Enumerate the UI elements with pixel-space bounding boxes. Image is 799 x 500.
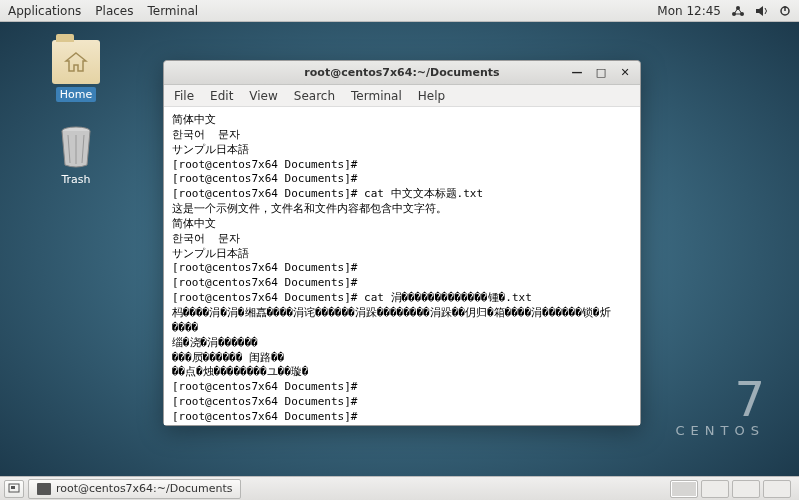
menu-edit[interactable]: Edit xyxy=(204,87,239,105)
home-label: Home xyxy=(56,87,96,102)
show-desktop-button[interactable] xyxy=(4,480,24,498)
power-icon[interactable] xyxy=(779,5,791,17)
window-title: root@centos7x64:~/Documents xyxy=(304,66,499,79)
term-line: [root@centos7x64 Documents]# cat 中文文本标题.… xyxy=(172,187,632,202)
term-line: サンプル日本語 xyxy=(172,247,632,262)
trash-can-icon xyxy=(58,125,94,169)
clock[interactable]: Mon 12:45 xyxy=(657,4,721,18)
menu-terminal[interactable]: Terminal xyxy=(345,87,408,105)
term-line: [root@centos7x64 Documents]# xyxy=(172,172,632,187)
home-folder-icon[interactable]: Home xyxy=(40,40,112,101)
maximize-button[interactable]: □ xyxy=(594,65,608,79)
term-line: 한국어 문자 xyxy=(172,232,632,247)
term-line: 缁�浇�涓������ xyxy=(172,336,632,351)
centos-branding: 7 CENTOS xyxy=(676,375,765,438)
house-icon xyxy=(64,51,88,73)
close-button[interactable]: ✕ xyxy=(618,65,632,79)
menu-search[interactable]: Search xyxy=(288,87,341,105)
term-line: 杩����涓�涓�缃嚞����涓诧������涓跺��������涓跺��仴归�… xyxy=(172,306,632,336)
terminal-icon xyxy=(37,483,51,495)
term-line: [root@centos7x64 Documents]# xyxy=(172,395,632,410)
applications-menu[interactable]: Applications xyxy=(8,4,81,18)
network-icon[interactable] xyxy=(731,5,745,17)
menu-view[interactable]: View xyxy=(243,87,283,105)
term-line: 这是一个示例文件，文件名和文件内容都包含中文字符。 xyxy=(172,202,632,217)
term-line: [root@centos7x64 Documents]# xyxy=(172,380,632,395)
term-line: ��点�烛��������ユ��璇� xyxy=(172,365,632,380)
terminal-output[interactable]: 简体中文한국어 문자サンプル日本語[root@centos7x64 Docume… xyxy=(164,107,640,425)
term-line: サンプル日本語 xyxy=(172,143,632,158)
term-line: [root@centos7x64 Documents]# xyxy=(172,261,632,276)
window-titlebar[interactable]: root@centos7x64:~/Documents — □ ✕ xyxy=(164,61,640,85)
menu-help[interactable]: Help xyxy=(412,87,451,105)
brand-name: CENTOS xyxy=(676,423,765,438)
task-label: root@centos7x64:~/Documents xyxy=(56,482,232,495)
svg-rect-10 xyxy=(11,486,15,489)
trash-icon[interactable]: Trash xyxy=(40,125,112,186)
term-line: [root@centos7x64 Documents]# xyxy=(172,276,632,291)
workspace-3[interactable] xyxy=(732,480,760,498)
taskbar-terminal-button[interactable]: root@centos7x64:~/Documents xyxy=(28,479,241,499)
workspace-4[interactable] xyxy=(763,480,791,498)
workspace-switcher[interactable] xyxy=(670,480,795,498)
terminal-menu[interactable]: Terminal xyxy=(147,4,198,18)
desktop-icon xyxy=(8,483,20,495)
top-panel: Applications Places Terminal Mon 12:45 xyxy=(0,0,799,22)
places-menu[interactable]: Places xyxy=(95,4,133,18)
sound-icon[interactable] xyxy=(755,5,769,17)
minimize-button[interactable]: — xyxy=(570,65,584,79)
desktop-icons: Home Trash xyxy=(40,40,112,210)
term-line: [root@centos7x64 Documents]# cat 涓������… xyxy=(172,291,632,306)
bottom-panel: root@centos7x64:~/Documents xyxy=(0,476,799,500)
trash-label: Trash xyxy=(61,173,90,186)
term-line: 한국어 문자 xyxy=(172,128,632,143)
workspace-2[interactable] xyxy=(701,480,729,498)
term-line: [root@centos7x64 Documents]# xyxy=(172,410,632,425)
workspace-1[interactable] xyxy=(670,480,698,498)
terminal-menubar: File Edit View Search Terminal Help xyxy=(164,85,640,107)
brand-version: 7 xyxy=(676,375,765,423)
term-line: [root@centos7x64 Documents]# xyxy=(172,158,632,173)
term-line: ���屃������ 闺路�� xyxy=(172,351,632,366)
menu-file[interactable]: File xyxy=(168,87,200,105)
term-line: 简体中文 xyxy=(172,217,632,232)
terminal-window: root@centos7x64:~/Documents — □ ✕ File E… xyxy=(163,60,641,426)
term-line: 简体中文 xyxy=(172,113,632,128)
